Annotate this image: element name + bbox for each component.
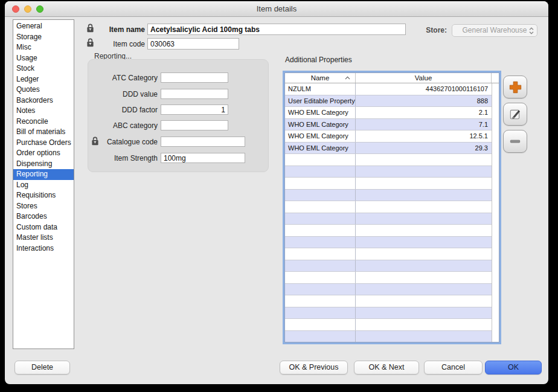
catalogue-code-input[interactable]	[161, 137, 245, 147]
table-row[interactable]	[285, 248, 499, 260]
sidebar-item-barcodes[interactable]: Barcodes	[13, 211, 74, 222]
table-row[interactable]	[285, 237, 499, 249]
sidebar-item-reconcile[interactable]: Reconcile	[13, 117, 74, 127]
sidebar-item-quotes[interactable]: Quotes	[13, 85, 74, 95]
ok-button[interactable]: OK	[485, 361, 542, 374]
ddd-value-row: DDD value	[88, 89, 268, 100]
sidebar-item-log[interactable]: Log	[13, 180, 74, 191]
ddd-factor-label: DDD factor	[88, 106, 158, 114]
item-strength-row: Item Strength	[88, 153, 268, 164]
table-row[interactable]	[285, 307, 499, 320]
property-name-cell	[285, 178, 356, 189]
table-row[interactable]	[285, 272, 499, 284]
table-row[interactable]: WHO EML Category7.1	[285, 119, 499, 131]
window-title: Item details	[5, 1, 548, 17]
property-name-cell: WHO EML Category	[285, 143, 356, 154]
table-row[interactable]	[285, 190, 499, 202]
table-row[interactable]	[285, 319, 499, 331]
table-row[interactable]	[285, 331, 499, 343]
zoom-window-button[interactable]	[36, 5, 43, 13]
ddd-value-input[interactable]	[161, 89, 228, 99]
close-window-button[interactable]	[12, 5, 19, 13]
table-header: Name Value	[285, 73, 499, 83]
table-row[interactable]	[285, 213, 499, 225]
table-row[interactable]: WHO EML Category12.5.1	[285, 130, 499, 143]
add-property-button[interactable]	[503, 76, 527, 98]
sidebar-item-order-options[interactable]: Order options	[13, 148, 74, 159]
table-row[interactable]: NZULM44362701000116107	[285, 83, 499, 95]
table-row[interactable]: User Editable Property888	[285, 95, 499, 108]
column-header-name[interactable]: Name	[285, 73, 356, 83]
minimize-window-button[interactable]	[24, 5, 31, 13]
table-row[interactable]	[285, 284, 499, 296]
sidebar-item-custom-data[interactable]: Custom data	[13, 222, 74, 233]
store-dropdown[interactable]: General Warehouse	[452, 24, 537, 37]
table-row[interactable]	[285, 201, 499, 213]
edit-property-button[interactable]	[503, 103, 527, 126]
property-name-cell	[285, 319, 356, 330]
property-name-cell	[285, 201, 356, 213]
titlebar[interactable]: Item details	[5, 1, 548, 17]
sidebar-item-misc[interactable]: Misc	[13, 42, 74, 53]
property-name-cell	[285, 166, 356, 178]
property-value-cell: 7.1	[356, 119, 492, 130]
sidebar-item-master-lists[interactable]: Master lists	[13, 233, 74, 243]
property-value-cell: 44362701000116107	[356, 83, 492, 95]
remove-property-button[interactable]	[503, 130, 527, 153]
sidebar-item-backorders[interactable]: Backorders	[13, 95, 74, 106]
table-row[interactable]	[285, 166, 499, 178]
plus-icon	[508, 80, 522, 94]
reporting-panel: ATC Category DDD value DDD factor ABC ca…	[88, 59, 269, 172]
sidebar-item-bill-of-materials[interactable]: Bill of materials	[13, 127, 74, 138]
table-row[interactable]	[285, 178, 499, 190]
table-row[interactable]	[285, 260, 499, 272]
sidebar-item-stores[interactable]: Stores	[13, 201, 74, 212]
table-header-gutter	[492, 73, 499, 83]
ddd-factor-input[interactable]	[161, 104, 228, 115]
table-row[interactable]	[285, 154, 499, 166]
minus-icon	[508, 135, 522, 148]
property-value-cell	[356, 201, 492, 213]
cancel-button[interactable]: Cancel	[424, 361, 483, 374]
atc-category-input[interactable]	[161, 72, 228, 83]
sidebar-item-dispensing[interactable]: Dispensing	[13, 159, 74, 170]
delete-button[interactable]: Delete	[14, 361, 70, 374]
table-row[interactable]: WHO EML Category29.3	[285, 143, 499, 155]
property-value-cell	[356, 213, 492, 225]
sidebar-item-stock[interactable]: Stock	[13, 63, 74, 74]
table-row[interactable]	[285, 295, 499, 307]
sidebar-item-storage[interactable]: Storage	[13, 32, 74, 43]
property-name-cell: WHO EML Category	[285, 107, 356, 118]
property-value-cell	[356, 166, 492, 178]
sidebar-item-general[interactable]: General	[13, 21, 74, 32]
item-code-input[interactable]	[147, 38, 239, 50]
column-header-value[interactable]: Value	[356, 73, 492, 83]
property-value-cell	[356, 307, 492, 319]
property-name-cell	[285, 284, 356, 295]
table-row[interactable]	[285, 225, 499, 237]
sidebar-item-reporting[interactable]: Reporting	[13, 169, 74, 180]
property-name-cell	[285, 331, 356, 342]
property-name-cell	[285, 272, 356, 283]
sidebar-item-interactions[interactable]: Interactions	[13, 243, 74, 254]
properties-table-body: NZULM44362701000116107User Editable Prop…	[285, 83, 499, 342]
sidebar-item-purchase-orders[interactable]: Purchase Orders	[13, 138, 74, 149]
sidebar-item-ledger[interactable]: Ledger	[13, 74, 74, 85]
ok-previous-button[interactable]: OK & Previous	[280, 361, 348, 374]
ddd-value-label: DDD value	[88, 90, 158, 98]
property-value-cell	[356, 225, 492, 236]
item-name-input[interactable]	[147, 24, 406, 35]
ok-next-button[interactable]: OK & Next	[354, 361, 419, 374]
item-strength-input[interactable]	[161, 153, 245, 163]
atc-category-row: ATC Category	[88, 72, 268, 83]
table-row[interactable]: WHO EML Category2.1	[285, 107, 499, 119]
property-value-cell	[356, 190, 492, 201]
atc-category-label: ATC Category	[88, 74, 158, 82]
abc-category-input[interactable]	[161, 120, 228, 130]
sidebar-item-notes[interactable]: Notes	[13, 106, 74, 117]
table-scrollbar-track[interactable]	[492, 83, 499, 342]
additional-properties-table: Name Value NZULM44362701000116107User Ed…	[284, 72, 499, 342]
sidebar-item-usage[interactable]: Usage	[13, 53, 74, 64]
chevron-up-down-icon	[528, 27, 534, 35]
sidebar-item-requisitions[interactable]: Requisitions	[13, 190, 74, 201]
